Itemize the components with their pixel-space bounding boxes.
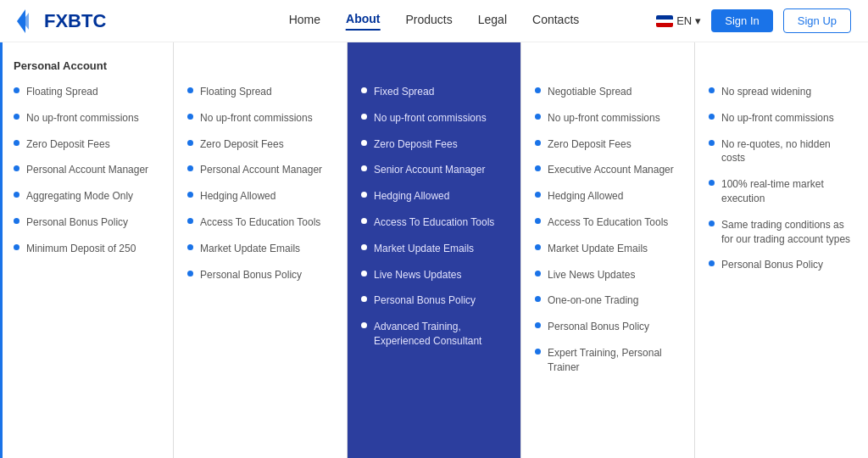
bullet-icon [187, 218, 193, 224]
list-item-text: Senior Account Manager [374, 163, 485, 177]
signin-button[interactable]: Sign In [711, 9, 772, 32]
list-item-text: Hedging Allowed [548, 189, 623, 204]
list-item: Live News Updates [535, 268, 681, 282]
list-item: Hedging Allowed [535, 189, 681, 204]
list-item-text: Market Update Emails [374, 242, 474, 256]
list-item: No re-quotes, no hidden costs [709, 137, 854, 166]
bullet-icon [535, 244, 541, 250]
comparison-table: Personal AccountFloating SpreadNo up-fro… [0, 42, 868, 458]
bullet-icon [187, 244, 193, 250]
list-item-text: Zero Deposit Fees [548, 137, 632, 152]
column-col5: No spread wideningNo up-front commission… [695, 42, 868, 458]
nav-contacts[interactable]: Contacts [532, 13, 579, 30]
list-item: Negotiable Spread [535, 85, 681, 99]
list-item-text: Expert Training, Personal Trainer [548, 346, 681, 375]
list-item: No up-front commissions [535, 111, 681, 126]
list-item-text: Personal Account Manager [26, 163, 148, 177]
bullet-icon [187, 87, 193, 93]
bullet-icon [14, 244, 19, 250]
bullet-icon [14, 114, 19, 120]
list-item: No up-front commissions [361, 111, 507, 126]
logo-fx-text: FXBTC [44, 10, 106, 32]
list-item: Personal Bonus Policy [361, 293, 507, 308]
bullet-icon [361, 140, 367, 146]
list-item-text: Market Update Emails [200, 242, 300, 256]
list-item: Advanced Training, Experienced Consultan… [361, 320, 507, 349]
list-item: Zero Deposit Fees [361, 137, 507, 152]
nav-about[interactable]: About [346, 12, 380, 31]
list-item-text: One-on-one Trading [548, 293, 638, 308]
column-title-col1: Personal Account [14, 59, 159, 73]
list-item-text: Access To Education Tools [200, 215, 320, 230]
list-item-text: Floating Spread [200, 85, 272, 99]
bullet-icon [709, 221, 715, 226]
bullet-icon [14, 192, 19, 198]
list-item-text: Personal Bonus Policy [200, 268, 302, 282]
list-item: Access To Education Tools [361, 215, 507, 230]
list-item: Hedging Allowed [361, 189, 507, 204]
column-title-col3 [361, 59, 507, 73]
bullet-icon [361, 296, 367, 302]
list-item: 100% real-time market execution [709, 177, 854, 206]
signup-button[interactable]: Sign Up [783, 8, 851, 33]
list-item: Access To Education Tools [187, 215, 333, 230]
list-item: Floating Spread [187, 85, 333, 99]
bullet-icon [709, 87, 715, 93]
chevron-down-icon: ▾ [695, 14, 701, 27]
list-item-text: Personal Bonus Policy [26, 215, 128, 230]
bullet-icon [535, 271, 541, 276]
bullet-icon [187, 192, 193, 198]
bullet-icon [535, 165, 541, 171]
list-item: No up-front commissions [14, 111, 159, 126]
list-item: Zero Deposit Fees [187, 137, 333, 152]
bullet-icon [535, 296, 541, 302]
logo[interactable]: FXBTC [17, 9, 106, 33]
list-item: Personal Account Manager [14, 163, 159, 177]
bullet-icon [187, 165, 193, 171]
bullet-icon [709, 114, 715, 120]
nav-legal[interactable]: Legal [478, 13, 507, 30]
list-item-text: Access To Education Tools [374, 215, 494, 230]
bullet-icon [535, 140, 541, 146]
column-col1: Personal AccountFloating SpreadNo up-fro… [0, 42, 174, 458]
list-item-text: 100% real-time market execution [721, 177, 854, 206]
bullet-icon [361, 244, 367, 250]
list-item-text: No up-front commissions [26, 111, 139, 126]
nav-products[interactable]: Products [406, 13, 453, 30]
list-item-text: Same trading conditions as for our tradi… [721, 218, 854, 247]
bullet-icon [535, 322, 541, 328]
list-item: Senior Account Manager [361, 163, 507, 177]
list-item-text: No up-front commissions [374, 111, 487, 126]
list-item-text: Personal Bonus Policy [548, 320, 649, 334]
bullet-icon [709, 180, 715, 186]
bullet-icon [709, 140, 715, 146]
bullet-icon [361, 165, 367, 171]
header-right: EN ▾ Sign In Sign Up [656, 8, 851, 33]
bullet-icon [361, 271, 367, 276]
list-item-text: Zero Deposit Fees [374, 137, 458, 152]
list-item-text: Market Update Emails [548, 242, 648, 256]
list-item-text: Zero Deposit Fees [26, 137, 110, 152]
lang-selector[interactable]: EN ▾ [656, 14, 701, 27]
bullet-icon [187, 114, 193, 120]
header: FXBTC Home About Products Legal Contacts… [0, 0, 868, 42]
bullet-icon [14, 140, 19, 146]
nav-home[interactable]: Home [289, 13, 320, 30]
list-item-text: Personal Bonus Policy [374, 293, 476, 308]
list-item: No up-front commissions [709, 111, 854, 126]
list-item: Access To Education Tools [535, 215, 681, 230]
bullet-icon [14, 87, 19, 93]
bullet-icon [361, 322, 367, 328]
list-item: Floating Spread [14, 85, 159, 99]
lang-label: EN [676, 14, 692, 27]
list-item: Personal Bonus Policy [535, 320, 681, 334]
list-item: Market Update Emails [361, 242, 507, 256]
list-item: Fixed Spread [361, 85, 507, 99]
list-item-text: Advanced Training, Experienced Consultan… [374, 320, 507, 349]
list-item-text: Minimum Deposit of 250 [26, 242, 136, 256]
list-item: Executive Account Manager [535, 163, 681, 177]
bullet-icon [361, 218, 367, 224]
bullet-icon [535, 218, 541, 224]
bullet-icon [187, 271, 193, 276]
list-item-text: Personal Bonus Policy [721, 258, 823, 272]
